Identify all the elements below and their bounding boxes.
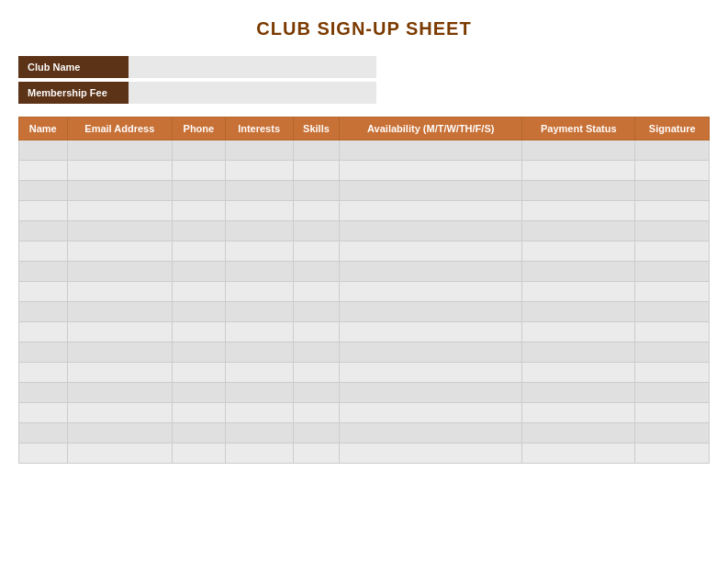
table-cell[interactable]: [340, 262, 522, 282]
table-row[interactable]: [19, 322, 710, 342]
table-cell[interactable]: [635, 403, 710, 423]
table-cell[interactable]: [340, 241, 522, 262]
table-cell[interactable]: [67, 161, 173, 181]
table-cell[interactable]: [293, 201, 340, 221]
table-cell[interactable]: [293, 241, 340, 262]
table-cell[interactable]: [19, 342, 68, 363]
table-row[interactable]: [19, 302, 710, 322]
table-cell[interactable]: [340, 161, 522, 181]
table-cell[interactable]: [522, 302, 635, 322]
table-cell[interactable]: [340, 302, 522, 322]
table-cell[interactable]: [635, 443, 710, 464]
table-cell[interactable]: [340, 363, 522, 383]
table-cell[interactable]: [635, 181, 710, 201]
table-cell[interactable]: [67, 282, 173, 302]
table-cell[interactable]: [19, 221, 68, 241]
table-cell[interactable]: [635, 383, 710, 403]
table-cell[interactable]: [67, 221, 173, 241]
table-cell[interactable]: [225, 363, 293, 383]
table-row[interactable]: [19, 383, 710, 403]
table-row[interactable]: [19, 181, 710, 201]
table-cell[interactable]: [225, 443, 293, 464]
table-cell[interactable]: [522, 423, 635, 443]
table-cell[interactable]: [293, 342, 340, 363]
table-cell[interactable]: [225, 423, 293, 443]
table-cell[interactable]: [173, 342, 225, 363]
table-cell[interactable]: [340, 181, 522, 201]
table-cell[interactable]: [67, 322, 173, 342]
table-cell[interactable]: [635, 363, 710, 383]
table-cell[interactable]: [19, 282, 68, 302]
table-cell[interactable]: [522, 383, 635, 403]
table-row[interactable]: [19, 363, 710, 383]
table-cell[interactable]: [522, 201, 635, 221]
table-cell[interactable]: [173, 221, 225, 241]
membership-fee-value[interactable]: [129, 82, 376, 104]
table-cell[interactable]: [173, 140, 225, 161]
table-cell[interactable]: [67, 363, 173, 383]
table-cell[interactable]: [225, 161, 293, 181]
table-cell[interactable]: [293, 161, 340, 181]
table-cell[interactable]: [19, 201, 68, 221]
table-cell[interactable]: [19, 322, 68, 342]
table-row[interactable]: [19, 140, 710, 161]
table-cell[interactable]: [173, 322, 225, 342]
table-cell[interactable]: [635, 221, 710, 241]
table-cell[interactable]: [173, 443, 225, 464]
table-cell[interactable]: [67, 443, 173, 464]
table-cell[interactable]: [340, 383, 522, 403]
table-cell[interactable]: [67, 262, 173, 282]
table-cell[interactable]: [67, 201, 173, 221]
table-cell[interactable]: [293, 140, 340, 161]
table-cell[interactable]: [225, 383, 293, 403]
table-cell[interactable]: [19, 423, 68, 443]
table-cell[interactable]: [225, 302, 293, 322]
table-cell[interactable]: [293, 181, 340, 201]
table-cell[interactable]: [19, 161, 68, 181]
table-cell[interactable]: [522, 403, 635, 423]
table-cell[interactable]: [522, 322, 635, 342]
table-cell[interactable]: [340, 443, 522, 464]
table-cell[interactable]: [173, 363, 225, 383]
table-cell[interactable]: [225, 140, 293, 161]
table-cell[interactable]: [340, 282, 522, 302]
table-cell[interactable]: [173, 161, 225, 181]
table-cell[interactable]: [340, 221, 522, 241]
table-cell[interactable]: [522, 140, 635, 161]
table-row[interactable]: [19, 161, 710, 181]
table-cell[interactable]: [522, 262, 635, 282]
table-cell[interactable]: [19, 262, 68, 282]
table-cell[interactable]: [173, 201, 225, 221]
table-cell[interactable]: [522, 282, 635, 302]
table-row[interactable]: [19, 423, 710, 443]
table-cell[interactable]: [635, 342, 710, 363]
table-cell[interactable]: [67, 140, 173, 161]
table-cell[interactable]: [635, 262, 710, 282]
table-cell[interactable]: [293, 322, 340, 342]
table-row[interactable]: [19, 342, 710, 363]
table-cell[interactable]: [67, 383, 173, 403]
table-cell[interactable]: [635, 322, 710, 342]
table-cell[interactable]: [635, 140, 710, 161]
table-cell[interactable]: [19, 302, 68, 322]
table-cell[interactable]: [173, 383, 225, 403]
table-cell[interactable]: [293, 282, 340, 302]
table-cell[interactable]: [225, 262, 293, 282]
table-cell[interactable]: [522, 363, 635, 383]
table-cell[interactable]: [522, 221, 635, 241]
table-cell[interactable]: [19, 181, 68, 201]
table-row[interactable]: [19, 221, 710, 241]
table-row[interactable]: [19, 443, 710, 464]
table-cell[interactable]: [173, 403, 225, 423]
table-cell[interactable]: [173, 181, 225, 201]
table-cell[interactable]: [67, 342, 173, 363]
table-cell[interactable]: [293, 423, 340, 443]
table-cell[interactable]: [225, 342, 293, 363]
table-cell[interactable]: [225, 282, 293, 302]
table-cell[interactable]: [340, 342, 522, 363]
table-cell[interactable]: [173, 241, 225, 262]
table-cell[interactable]: [19, 363, 68, 383]
table-cell[interactable]: [635, 161, 710, 181]
table-cell[interactable]: [293, 403, 340, 423]
table-cell[interactable]: [67, 423, 173, 443]
